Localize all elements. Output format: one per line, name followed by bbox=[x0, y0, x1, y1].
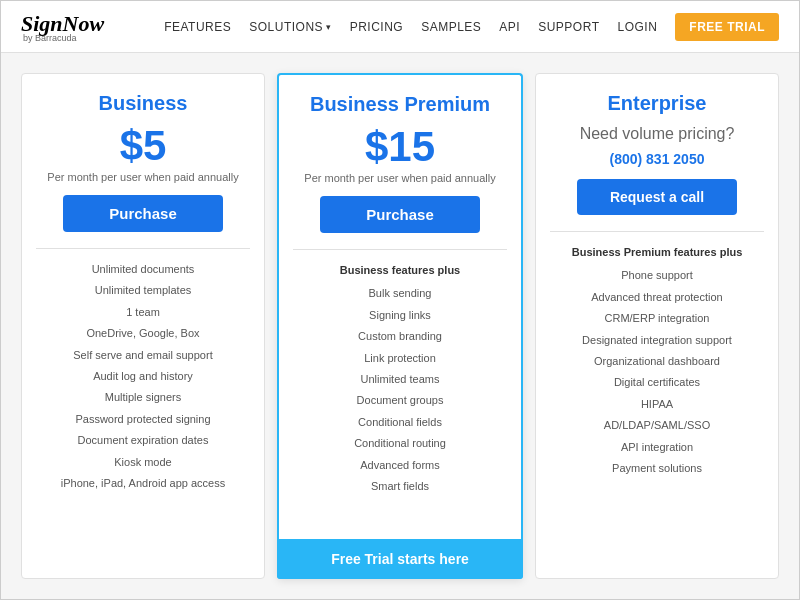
list-item: Organizational dashboard bbox=[550, 351, 764, 372]
header: SignNow by Barracuda FEATURES SOLUTIONS … bbox=[1, 1, 799, 53]
list-item: Password protected signing bbox=[36, 409, 250, 430]
plan-premium-purchase-button[interactable]: Purchase bbox=[320, 196, 480, 233]
plan-premium-price-sub: Per month per user when paid annually bbox=[304, 172, 495, 184]
list-item: Payment solutions bbox=[550, 458, 764, 479]
enterprise-phone: (800) 831 2050 bbox=[610, 151, 705, 167]
list-item: Conditional fields bbox=[293, 412, 507, 433]
nav: FEATURES SOLUTIONS ▾ PRICING SAMPLES API… bbox=[164, 13, 779, 41]
list-item: API integration bbox=[550, 437, 764, 458]
list-item: Advanced forms bbox=[293, 455, 507, 476]
list-item: Bulk sending bbox=[293, 283, 507, 304]
plan-enterprise-features: Business Premium features plus Phone sup… bbox=[550, 242, 764, 479]
plan-premium-price: $15 bbox=[365, 126, 435, 168]
list-item: Designated integration support bbox=[550, 330, 764, 351]
page-wrapper: SignNow by Barracuda FEATURES SOLUTIONS … bbox=[0, 0, 800, 600]
list-item: Conditional routing bbox=[293, 433, 507, 454]
list-item: Unlimited documents bbox=[36, 259, 250, 280]
list-item: 1 team bbox=[36, 302, 250, 323]
list-item: Unlimited templates bbox=[36, 280, 250, 301]
features-section-header: Business features plus bbox=[293, 260, 507, 281]
plan-enterprise-request-button[interactable]: Request a call bbox=[577, 179, 737, 215]
list-item: iPhone, iPad, Android app access bbox=[36, 473, 250, 494]
plan-business-price: $5 bbox=[120, 125, 167, 167]
list-item: CRM/ERP integration bbox=[550, 308, 764, 329]
nav-support[interactable]: SUPPORT bbox=[538, 20, 599, 34]
main-content: Business $5 Per month per user when paid… bbox=[1, 53, 799, 599]
list-item: Phone support bbox=[550, 265, 764, 286]
plan-business-premium: Business Premium $15 Per month per user … bbox=[277, 73, 523, 579]
plan-premium-features: Business features plus Bulk sending Sign… bbox=[293, 260, 507, 497]
plan-enterprise-title: Enterprise bbox=[608, 92, 707, 115]
nav-samples[interactable]: SAMPLES bbox=[421, 20, 481, 34]
list-item: Kiosk mode bbox=[36, 452, 250, 473]
list-item: Multiple signers bbox=[36, 387, 250, 408]
free-trial-button[interactable]: FREE TRIAL bbox=[675, 13, 779, 41]
enterprise-price-note: Need volume pricing? bbox=[580, 125, 735, 143]
plan-premium-title: Business Premium bbox=[310, 93, 490, 116]
list-item: Advanced threat protection bbox=[550, 287, 764, 308]
list-item: Audit log and history bbox=[36, 366, 250, 387]
nav-api[interactable]: API bbox=[499, 20, 520, 34]
list-item: Document expiration dates bbox=[36, 430, 250, 451]
plan-business: Business $5 Per month per user when paid… bbox=[21, 73, 265, 579]
chevron-down-icon: ▾ bbox=[326, 22, 332, 32]
list-item: Signing links bbox=[293, 305, 507, 326]
divider bbox=[550, 231, 764, 232]
list-item: Unlimited teams bbox=[293, 369, 507, 390]
list-item: AD/LDAP/SAML/SSO bbox=[550, 415, 764, 436]
list-item: Digital certificates bbox=[550, 372, 764, 393]
plan-business-price-sub: Per month per user when paid annually bbox=[47, 171, 238, 183]
nav-login[interactable]: LOGIN bbox=[617, 20, 657, 34]
list-item: Self serve and email support bbox=[36, 345, 250, 366]
divider bbox=[36, 248, 250, 249]
plan-business-features: Unlimited documents Unlimited templates … bbox=[36, 259, 250, 494]
logo: SignNow by Barracuda bbox=[21, 11, 104, 43]
list-item: Custom branding bbox=[293, 326, 507, 347]
plan-business-title: Business bbox=[99, 92, 188, 115]
nav-solutions[interactable]: SOLUTIONS ▾ bbox=[249, 20, 331, 34]
list-item: HIPAA bbox=[550, 394, 764, 415]
divider bbox=[293, 249, 507, 250]
plan-business-purchase-button[interactable]: Purchase bbox=[63, 195, 223, 232]
list-item: Document groups bbox=[293, 390, 507, 411]
free-trial-bar[interactable]: Free Trial starts here bbox=[277, 539, 523, 579]
logo-text: SignNow bbox=[21, 11, 104, 36]
nav-pricing[interactable]: PRICING bbox=[350, 20, 404, 34]
nav-features[interactable]: FEATURES bbox=[164, 20, 231, 34]
list-item: Link protection bbox=[293, 348, 507, 369]
list-item: Smart fields bbox=[293, 476, 507, 497]
features-section-header: Business Premium features plus bbox=[550, 242, 764, 263]
plan-enterprise: Enterprise Need volume pricing? (800) 83… bbox=[535, 73, 779, 579]
pricing-grid: Business $5 Per month per user when paid… bbox=[21, 73, 779, 579]
list-item: OneDrive, Google, Box bbox=[36, 323, 250, 344]
